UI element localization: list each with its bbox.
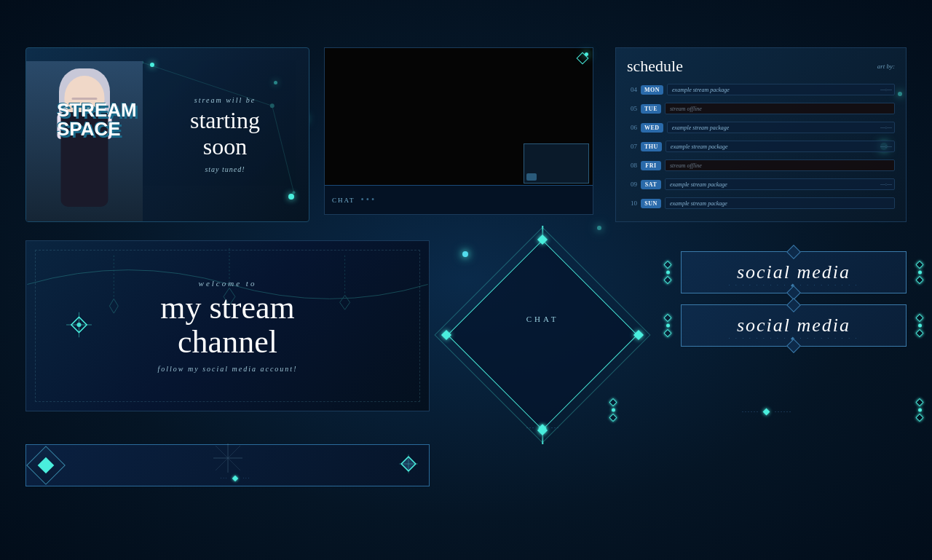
schedule-row: 05 TUE stream offline <box>627 100 895 117</box>
welcome-content: welcome to my stream channel follow my s… <box>26 241 429 411</box>
alert-diamond-inner <box>38 457 55 474</box>
social-media-panel: social media · · · · · · · · · ◆ · · · ·… <box>681 251 907 347</box>
social-left-deco-top <box>663 261 671 269</box>
schedule-art-by: art by: <box>877 63 895 70</box>
social-media-button-2[interactable]: social media · · · · · · · · · ◆ · · · ·… <box>681 304 907 347</box>
stream-chat-dots: • • • <box>361 194 375 205</box>
stream-chat-bar: CHAT • • • <box>325 185 593 214</box>
social-right-deco-top <box>915 261 923 269</box>
diamond-bottom-line <box>542 430 543 444</box>
subscriber-bottom-deco: · · · · · · · · · · · · <box>626 409 907 415</box>
alert-bar-center-star <box>213 443 242 476</box>
alert-diamond-icon <box>26 446 66 485</box>
social-right-dot <box>918 271 922 275</box>
schedule-row: 08 FRI stream offline <box>627 157 895 173</box>
social-left-dot <box>666 271 670 275</box>
alert-star-deco <box>399 454 418 476</box>
social-right-deco-bottom <box>915 276 923 284</box>
alert-bar-panel: · · · · · · <box>25 444 430 486</box>
schedule-panel: schedule art by: 04 MON example stream p… <box>615 47 907 222</box>
alert-bar-bottom-deco: · · · · · · <box>70 476 400 481</box>
schedule-title: schedule <box>627 57 683 76</box>
schedule-row: 09 SAT example stream package —:— <box>627 176 895 192</box>
schedule-row: 07 THU example stream package —:— <box>627 138 895 154</box>
starting-soon-content: stream will be starting soon stay tuned! <box>141 48 309 221</box>
social-btn2-dots: · · · · · · · · · ◆ · · · · · · · · · <box>682 336 906 342</box>
schedule-header: schedule art by: <box>627 57 895 76</box>
stream-cam-box <box>524 143 589 184</box>
welcome-to-label: welcome to <box>199 279 257 288</box>
diamond-top-line <box>542 226 543 240</box>
stream-overlay-panel: CHAT • • • <box>324 47 593 215</box>
logo-line2: SPACE <box>57 119 144 138</box>
social-media-btn1-text: social media <box>737 261 850 283</box>
starting-soon-panel: stream will be starting soon stay tuned!… <box>25 47 309 222</box>
subscriber-panel-wrapper: ★ new subscriber · · · · · · · · · ◆ · ·… <box>626 404 907 415</box>
anime-character <box>26 61 143 221</box>
logo-line1: STREAM <box>57 100 144 119</box>
social-btn-2-wrapper[interactable]: social media · · · · · · · · · ◆ · · · ·… <box>681 304 907 347</box>
schedule-row: 06 WED example stream package —:— <box>627 119 895 135</box>
starting-soon-title: starting soon <box>190 108 260 159</box>
stream-chat-label: CHAT <box>332 197 355 204</box>
chat-diamond-panel: CHAT · · · · · · <box>437 233 648 437</box>
subscriber-deco-diamond <box>763 409 770 416</box>
starting-soon-label: stream will be <box>194 96 256 104</box>
welcome-panel: welcome to my stream channel follow my s… <box>25 240 430 411</box>
starting-soon-subtitle: stay tuned! <box>205 165 245 173</box>
schedule-row: 04 MON example stream package —:— <box>627 82 895 98</box>
chat-diamond-label: CHAT <box>526 315 559 323</box>
social-btn-1-wrapper[interactable]: social media · · · · · · · · · ◆ · · · ·… <box>681 251 907 293</box>
social-btn1-dots: · · · · · · · · · ◆ · · · · · · · · · <box>682 283 906 288</box>
schedule-row: 10 SUN example stream package <box>627 195 895 211</box>
social-media-btn2-text: social media <box>737 315 850 336</box>
social-left-deco-bottom <box>663 276 671 284</box>
welcome-subtitle: follow my social media account! <box>158 365 298 373</box>
cam-icon <box>526 173 537 181</box>
social-media-button-1[interactable]: social media · · · · · · · · · ◆ · · · ·… <box>681 251 907 293</box>
stream-space-logo: STREAM SPACE <box>57 100 144 141</box>
welcome-title: my stream channel <box>160 291 295 358</box>
